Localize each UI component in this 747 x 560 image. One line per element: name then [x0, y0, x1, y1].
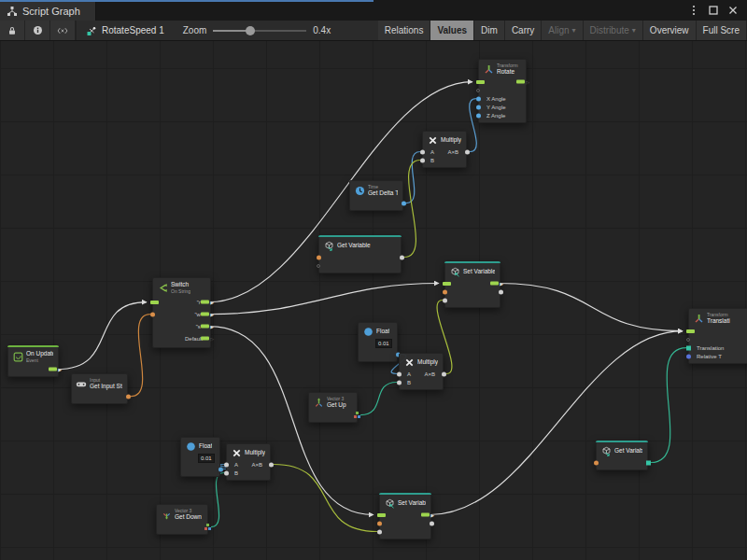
node-float-bottom[interactable]: Float0.01 — [180, 437, 220, 477]
toolbar-button-values[interactable]: Values — [430, 21, 474, 40]
flow-port-l[interactable] — [150, 301, 159, 304]
node-get-input-string[interactable]: InputGet Input Strin — [71, 373, 128, 404]
zoom-slider-handle[interactable] — [246, 26, 255, 35]
flow-port-l[interactable] — [686, 329, 695, 333]
node-set-variable-bottom[interactable]: Set Variable▶ — [379, 493, 431, 539]
value-port-l[interactable] — [420, 149, 425, 154]
flow-port-r[interactable]: ▷ — [201, 336, 214, 341]
graph-name: RotateSpeed 1 — [102, 25, 164, 35]
flow-port-r[interactable]: ▶ — [49, 367, 62, 371]
multiply-icon — [427, 134, 438, 146]
value-port-l[interactable] — [224, 470, 229, 475]
value-port-r[interactable] — [430, 521, 434, 525]
toolbar-button-group: RelationsValuesDimCarryAlign▾Distribute▾… — [378, 21, 747, 40]
graph-breadcrumb[interactable]: RotateSpeed 1 — [77, 21, 174, 40]
close-icon[interactable] — [727, 4, 739, 17]
flow-port-r[interactable]: ▶ — [490, 281, 503, 286]
node-float-middle[interactable]: Float0.01 — [358, 322, 398, 362]
value-port-r[interactable] — [126, 394, 131, 399]
value-port-l[interactable] — [420, 158, 425, 162]
node-transform-rotate[interactable]: TransformRotate▷X AngleY AngleZ Angle — [478, 59, 527, 123]
node-get-delta-time[interactable]: TimeGet Delta Time — [349, 180, 403, 211]
value-port-r[interactable] — [465, 149, 470, 154]
flow-port-l[interactable] — [476, 80, 485, 84]
value-port-r[interactable] — [204, 524, 211, 531]
node-vector3-get-down[interactable]: Vector 3Get Down — [156, 504, 208, 535]
flow-port-r[interactable]: ▶ — [421, 512, 434, 517]
flow-port-l[interactable] — [377, 513, 386, 517]
node-port-row — [445, 287, 500, 296]
node-title: Translati — [707, 317, 730, 325]
value-port-r[interactable] — [269, 462, 274, 467]
toolbar-lock-button[interactable] — [0, 21, 25, 40]
value-port-l[interactable] — [476, 96, 481, 101]
value-port-dot — [397, 371, 402, 376]
node-title-block: TimeGet Delta Time — [368, 184, 398, 197]
flow-port-r[interactable]: ▶ — [201, 324, 214, 329]
value-port-l[interactable] — [224, 462, 229, 467]
value-port-l[interactable] — [476, 105, 481, 109]
node-value-input[interactable]: 0.01 — [375, 339, 392, 348]
node-value-input[interactable]: 0.01 — [198, 454, 215, 463]
toolbar-info-button[interactable] — [25, 21, 50, 40]
node-multiply-up[interactable]: MultiplyAA×BB — [399, 353, 444, 390]
node-port-row — [689, 335, 747, 343]
node-port-row: "r"▶ — [153, 296, 210, 308]
node-get-variable-right[interactable]: Get Variable — [596, 441, 648, 470]
toolbar-button-carry[interactable]: Carry — [505, 21, 542, 40]
flow-port-shape — [476, 80, 485, 84]
node-on-update-event[interactable]: On UpdateEvent▶ — [7, 345, 59, 377]
value-port-l[interactable] — [317, 255, 321, 259]
node-transform-translate[interactable]: TransformTranslatiTranslationRelative T — [688, 308, 747, 364]
value-port-l[interactable] — [443, 298, 447, 302]
graph-canvas[interactable]: TransformRotate▷X AngleY AngleZ AngleMul… — [0, 41, 747, 560]
node-switch-on-string[interactable]: SwitchOn String"r"▶"w"▶"s"▶Default▷ — [152, 277, 211, 348]
zoom-slider[interactable] — [213, 30, 306, 32]
node-multiply-down[interactable]: MultiplyAA×BB — [226, 443, 271, 481]
node-get-variable-top[interactable]: Get Variable — [318, 235, 402, 273]
value-port-r[interactable] — [442, 371, 446, 376]
value-port-r[interactable] — [646, 460, 651, 465]
flow-port-l[interactable] — [443, 282, 451, 286]
tab-bar: Script Graph — [0, 0, 747, 21]
value-port-l[interactable] — [476, 89, 480, 92]
flow-port-r[interactable]: ▶ — [201, 312, 214, 316]
toolbar-button-overview[interactable]: Overview — [643, 21, 697, 40]
value-port-l[interactable] — [594, 460, 599, 465]
toolbar-button-dim[interactable]: Dim — [474, 21, 505, 40]
value-port-r[interactable] — [400, 255, 404, 259]
node-vector3-get-up[interactable]: Vector 3Get Up — [308, 392, 358, 423]
value-port-l[interactable] — [686, 345, 691, 350]
value-port-l[interactable] — [317, 264, 320, 268]
value-port-l[interactable] — [686, 354, 691, 358]
node-set-variable-middle[interactable]: Set Variable▶ — [444, 261, 500, 308]
value-port-r[interactable] — [354, 412, 360, 419]
toolbar-code-angle-button[interactable] — [50, 21, 76, 40]
value-port-l[interactable] — [377, 521, 382, 525]
value-port-r[interactable] — [499, 289, 503, 294]
value-port-r[interactable] — [218, 467, 223, 471]
value-port-l[interactable] — [377, 529, 382, 534]
more-menu-icon[interactable] — [688, 4, 699, 17]
value-port-l[interactable] — [150, 312, 155, 316]
flow-port-r[interactable]: ▶ — [201, 300, 214, 304]
value-port-l[interactable] — [397, 371, 402, 376]
flow-port-r[interactable]: ▷ — [516, 79, 529, 84]
wire — [651, 348, 686, 463]
toolbar-button-relations[interactable]: Relations — [378, 21, 431, 40]
tab-script-graph[interactable]: Script Graph — [0, 0, 96, 21]
value-port-dot — [499, 289, 503, 294]
toolbar-button-full-scre[interactable]: Full Scre — [697, 21, 747, 40]
value-port-l[interactable] — [476, 113, 481, 118]
maximize-icon[interactable] — [708, 4, 719, 17]
node-multiply-rotation[interactable]: MultiplyAA×BB — [422, 131, 467, 168]
toolbar-button-align[interactable]: Align▾ — [542, 21, 583, 40]
toolbar-button-distribute[interactable]: Distribute▾ — [584, 21, 643, 40]
lock-icon — [7, 25, 18, 36]
value-port-l[interactable] — [397, 380, 402, 385]
node-port-row: B — [227, 469, 270, 477]
value-port-r[interactable] — [402, 201, 406, 205]
value-port-l[interactable] — [443, 289, 447, 294]
value-port-l[interactable] — [686, 338, 690, 342]
flow-port-shape — [201, 301, 209, 304]
